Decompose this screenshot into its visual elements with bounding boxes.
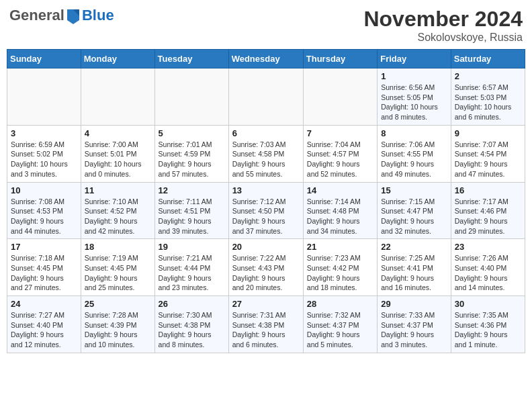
day-number: 7 [307,128,373,138]
calendar-cell: 29Sunrise: 7:33 AMSunset: 4:37 PMDayligh… [378,296,451,353]
day-number: 3 [11,128,77,138]
calendar-cell: 7Sunrise: 7:04 AMSunset: 4:57 PMDaylight… [303,125,377,182]
day-info: Sunrise: 7:18 AMSunset: 4:45 PMDaylight:… [11,253,77,293]
calendar-cell [228,68,303,126]
day-info: Sunrise: 6:56 AMSunset: 5:05 PMDaylight:… [381,83,447,122]
day-info: Sunrise: 7:22 AMSunset: 4:43 PMDaylight:… [232,253,300,293]
day-number: 14 [307,185,373,195]
day-info: Sunrise: 7:04 AMSunset: 4:57 PMDaylight:… [307,140,373,179]
weekday-header-monday: Monday [81,50,154,68]
day-info: Sunrise: 7:10 AMSunset: 4:52 PMDaylight:… [85,197,151,236]
location-title: Sokolovskoye, Russia [363,32,523,44]
day-number: 26 [159,299,225,309]
weekday-header-thursday: Thursday [303,50,377,68]
weekday-header-friday: Friday [378,50,451,68]
day-number: 4 [85,128,151,138]
calendar-table: SundayMondayTuesdayWednesdayThursdayFrid… [7,49,525,353]
weekday-header-wednesday: Wednesday [228,50,303,68]
calendar-week-row: 3Sunrise: 6:59 AMSunset: 5:02 PMDaylight… [7,125,525,182]
page-header: General Blue November 2024 Sokolovskoye,… [7,7,525,44]
calendar-cell [303,68,377,126]
weekday-header-row: SundayMondayTuesdayWednesdayThursdayFrid… [7,50,525,68]
day-info: Sunrise: 7:28 AMSunset: 4:39 PMDaylight:… [85,310,151,350]
day-number: 30 [455,299,521,309]
day-number: 2 [455,71,521,81]
calendar-week-row: 10Sunrise: 7:08 AMSunset: 4:53 PMDayligh… [7,182,525,239]
day-number: 10 [11,185,77,195]
day-info: Sunrise: 7:35 AMSunset: 4:36 PMDaylight:… [455,310,521,350]
calendar-cell: 15Sunrise: 7:15 AMSunset: 4:47 PMDayligh… [378,182,451,239]
calendar-cell: 4Sunrise: 7:00 AMSunset: 5:01 PMDaylight… [81,125,154,182]
day-info: Sunrise: 7:03 AMSunset: 4:58 PMDaylight:… [232,140,300,179]
month-title: November 2024 [363,7,523,32]
day-number: 20 [232,242,300,252]
day-number: 27 [232,299,300,309]
logo-general-text: General [9,7,64,24]
calendar-cell: 23Sunrise: 7:26 AMSunset: 4:40 PMDayligh… [451,239,525,296]
calendar-cell: 25Sunrise: 7:28 AMSunset: 4:39 PMDayligh… [81,296,154,353]
day-info: Sunrise: 6:57 AMSunset: 5:03 PMDaylight:… [455,83,521,122]
weekday-header-saturday: Saturday [451,50,525,68]
weekday-header-sunday: Sunday [7,50,81,68]
calendar-cell: 2Sunrise: 6:57 AMSunset: 5:03 PMDaylight… [451,68,525,126]
calendar-cell [154,68,228,126]
calendar-cell: 13Sunrise: 7:12 AMSunset: 4:50 PMDayligh… [228,182,303,239]
day-number: 1 [381,71,447,81]
day-number: 15 [381,185,447,195]
calendar-cell: 1Sunrise: 6:56 AMSunset: 5:05 PMDaylight… [378,68,451,126]
day-info: Sunrise: 7:15 AMSunset: 4:47 PMDaylight:… [381,197,447,236]
day-number: 17 [11,242,77,252]
calendar-cell: 30Sunrise: 7:35 AMSunset: 4:36 PMDayligh… [451,296,525,353]
day-info: Sunrise: 7:30 AMSunset: 4:38 PMDaylight:… [159,310,225,350]
day-info: Sunrise: 7:25 AMSunset: 4:41 PMDaylight:… [381,253,447,293]
calendar-cell: 27Sunrise: 7:31 AMSunset: 4:38 PMDayligh… [228,296,303,353]
day-info: Sunrise: 7:06 AMSunset: 4:55 PMDaylight:… [381,140,447,179]
day-number: 28 [307,299,373,309]
calendar-cell [7,68,81,126]
title-block: November 2024 Sokolovskoye, Russia [363,7,523,44]
day-number: 18 [85,242,151,252]
calendar-cell: 28Sunrise: 7:32 AMSunset: 4:37 PMDayligh… [303,296,377,353]
day-info: Sunrise: 7:19 AMSunset: 4:45 PMDaylight:… [85,253,151,293]
calendar-cell: 22Sunrise: 7:25 AMSunset: 4:41 PMDayligh… [378,239,451,296]
day-info: Sunrise: 7:33 AMSunset: 4:37 PMDaylight:… [381,310,447,350]
calendar-week-row: 24Sunrise: 7:27 AMSunset: 4:40 PMDayligh… [7,296,525,353]
day-info: Sunrise: 7:14 AMSunset: 4:48 PMDaylight:… [307,197,373,236]
day-number: 29 [381,299,447,309]
day-number: 12 [159,185,225,195]
day-info: Sunrise: 7:32 AMSunset: 4:37 PMDaylight:… [307,310,373,350]
day-info: Sunrise: 7:01 AMSunset: 4:59 PMDaylight:… [159,140,225,179]
day-number: 22 [381,242,447,252]
day-info: Sunrise: 7:12 AMSunset: 4:50 PMDaylight:… [232,197,300,236]
day-info: Sunrise: 7:17 AMSunset: 4:46 PMDaylight:… [455,197,521,236]
calendar-cell: 24Sunrise: 7:27 AMSunset: 4:40 PMDayligh… [7,296,81,353]
day-info: Sunrise: 7:31 AMSunset: 4:38 PMDaylight:… [232,310,300,350]
day-number: 11 [85,185,151,195]
logo-icon [66,7,81,24]
calendar-cell: 9Sunrise: 7:07 AMSunset: 4:54 PMDaylight… [451,125,525,182]
day-info: Sunrise: 7:26 AMSunset: 4:40 PMDaylight:… [455,253,521,293]
calendar-week-row: 17Sunrise: 7:18 AMSunset: 4:45 PMDayligh… [7,239,525,296]
weekday-header-tuesday: Tuesday [154,50,228,68]
day-number: 16 [455,185,521,195]
day-info: Sunrise: 7:00 AMSunset: 5:01 PMDaylight:… [85,140,151,179]
calendar-cell: 21Sunrise: 7:23 AMSunset: 4:42 PMDayligh… [303,239,377,296]
calendar-cell: 12Sunrise: 7:11 AMSunset: 4:51 PMDayligh… [154,182,228,239]
day-info: Sunrise: 7:11 AMSunset: 4:51 PMDaylight:… [159,197,225,236]
calendar-cell [81,68,154,126]
calendar-cell: 14Sunrise: 7:14 AMSunset: 4:48 PMDayligh… [303,182,377,239]
day-info: Sunrise: 7:21 AMSunset: 4:44 PMDaylight:… [159,253,225,293]
calendar-cell: 3Sunrise: 6:59 AMSunset: 5:02 PMDaylight… [7,125,81,182]
day-number: 8 [381,128,447,138]
logo-blue-text: Blue [82,7,114,24]
calendar-cell: 10Sunrise: 7:08 AMSunset: 4:53 PMDayligh… [7,182,81,239]
day-number: 25 [85,299,151,309]
day-number: 9 [455,128,521,138]
day-number: 19 [159,242,225,252]
calendar-cell: 6Sunrise: 7:03 AMSunset: 4:58 PMDaylight… [228,125,303,182]
calendar-cell: 17Sunrise: 7:18 AMSunset: 4:45 PMDayligh… [7,239,81,296]
calendar-cell: 5Sunrise: 7:01 AMSunset: 4:59 PMDaylight… [154,125,228,182]
day-info: Sunrise: 7:27 AMSunset: 4:40 PMDaylight:… [11,310,77,350]
day-info: Sunrise: 6:59 AMSunset: 5:02 PMDaylight:… [11,140,77,179]
day-number: 13 [232,185,300,195]
